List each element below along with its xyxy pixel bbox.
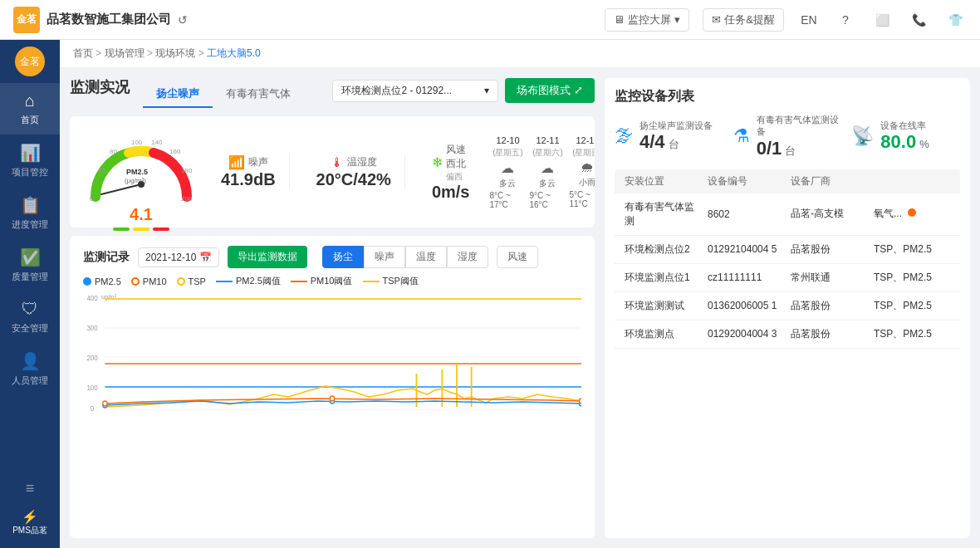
- gauge-svg: 0 40 80 100 140 160 180 200: [83, 126, 199, 209]
- sidebar-label-home: 首页: [21, 114, 39, 126]
- data-tab-noise[interactable]: 噪声: [364, 246, 405, 268]
- monitor-records: 监测记录 2021-12-10 📅 导出监测数据 扬尘 噪声 温度 湿度 风速: [70, 236, 595, 538]
- data-tab-humidity[interactable]: 湿度: [447, 246, 488, 268]
- pm25-dot: [83, 277, 91, 286]
- svg-text:(μg/m³): (μg/m³): [125, 177, 146, 184]
- records-header: 监测记录 2021-12-10 📅 导出监测数据 扬尘 噪声 温度 湿度 风速: [83, 246, 581, 268]
- export-btn[interactable]: 导出监测数据: [228, 246, 307, 268]
- sidebar-item-personnel[interactable]: 👤 人员管理: [0, 343, 60, 395]
- sidebar-label-safety: 安全管理: [12, 322, 48, 335]
- sidebar-item-progress[interactable]: 📋 进度管理: [0, 187, 60, 239]
- breadcrumb: 首页 > 现场管理 > 现场环境 > 工地大脑5.0: [60, 40, 980, 68]
- date-input[interactable]: 2021-12-10 📅: [138, 247, 219, 267]
- sidebar-label-personnel: 人员管理: [12, 374, 48, 387]
- weather-day-2: 12-12 (星期日) 🌧 小雨 5°C ~ 11°C: [569, 135, 595, 209]
- weather-stats: 📶 噪声 41.9dB 🌡 温湿度 20°C/42%: [199, 143, 483, 202]
- sidebar-item-project[interactable]: 📊 项目管控: [0, 135, 60, 187]
- th-type: [870, 174, 953, 188]
- breadcrumb-home[interactable]: 首页: [73, 47, 93, 59]
- sidebar-more-btn[interactable]: ≡: [19, 473, 42, 504]
- cell-type-3: TSP、PM2.5: [870, 299, 953, 313]
- sidebar-item-quality[interactable]: ✅ 质量管理: [0, 239, 60, 291]
- records-title: 监测记录: [83, 250, 130, 265]
- monitor-screen-btn[interactable]: 🖥 监控大屏 ▾: [605, 8, 689, 32]
- weather-icon-1: ☁: [541, 160, 554, 176]
- right-panel-title: 监控设备列表: [615, 88, 960, 105]
- sidebar: 金茗 ⌂ 首页 📊 项目管控 📋 进度管理 ✅ 质量管理 🛡 安全管理 👤 人员…: [0, 40, 60, 548]
- online-rate-value: 80.0: [880, 131, 916, 153]
- sidebar-bottom-label: ⚡ PMS品茗: [7, 504, 52, 541]
- content-area: 首页 > 现场管理 > 现场环境 > 工地大脑5.0 监测实况 扬尘噪声 有毒有…: [60, 40, 980, 548]
- stat-wind: ❄ 风速 西北 偏西 0m/s: [419, 143, 483, 202]
- tsp-line: [363, 281, 380, 282]
- svg-text:200: 200: [86, 354, 97, 363]
- cell-vendor-4: 品茗股份: [787, 327, 870, 341]
- task-reminder-btn[interactable]: ✉ 任务&提醒: [703, 8, 784, 32]
- svg-point-35: [579, 399, 581, 404]
- cell-device-3: 01362006005 1: [704, 300, 787, 311]
- settings-icon[interactable]: ⬜: [870, 8, 894, 32]
- svg-text:200: 200: [181, 195, 193, 203]
- data-tab-dust[interactable]: 扬尘: [322, 246, 364, 268]
- status-dot-0: [908, 208, 916, 217]
- sidebar-item-home[interactable]: ⌂ 首页: [0, 83, 60, 135]
- location-dropdown[interactable]: 环境检测点位2 - 01292... ▾: [332, 80, 498, 102]
- cell-vendor-0: 品茗-高支模: [787, 207, 870, 221]
- mail-icon: ✉: [712, 13, 721, 26]
- legend-pm10: PM10: [131, 276, 167, 286]
- svg-text:40: 40: [98, 167, 105, 174]
- stat-temp-humidity: 🌡 温湿度 20°C/42%: [303, 155, 405, 189]
- data-tab-temp[interactable]: 温度: [405, 246, 447, 268]
- th-vendor: 设备厂商: [787, 174, 870, 188]
- lang-btn[interactable]: EN: [797, 8, 821, 32]
- toxic-monitor-label: 有毒有害气体监测设备: [757, 114, 842, 138]
- monitor-header: 监测实况 扬尘噪声 有毒有害气体 环境检测点位2 - 01292... ▾ 场布…: [70, 78, 595, 108]
- breadcrumb-field-mgmt[interactable]: 现场管理: [105, 47, 145, 59]
- weather-icon-0: ☁: [501, 160, 514, 176]
- monitor-title: 监测实况: [70, 78, 130, 97]
- cell-vendor-2: 常州联通: [787, 271, 870, 285]
- refresh-icon[interactable]: ↺: [178, 13, 188, 27]
- home-icon: ⌂: [25, 91, 35, 110]
- stat-noise: 📶 噪声 41.9dB: [208, 154, 290, 189]
- dust-monitor-icon: 🌫: [615, 125, 633, 147]
- tab-dust-noise[interactable]: 扬尘噪声: [143, 81, 213, 108]
- breadcrumb-current: 工地大脑5.0: [207, 47, 261, 59]
- breadcrumb-field-env[interactable]: 现场环境: [155, 47, 195, 59]
- dust-monitor-unit: 台: [669, 137, 679, 152]
- svg-text:0: 0: [90, 195, 94, 203]
- sidebar-item-safety[interactable]: 🛡 安全管理: [0, 291, 60, 343]
- wind-value: 0m/s: [432, 183, 470, 202]
- table-header: 安装位置 设备编号 设备厂商: [615, 169, 960, 193]
- calendar-icon: 📅: [199, 252, 212, 263]
- weather-day-0: 12-10 (星期五) ☁ 多云 8°C ~ 17°C: [489, 135, 526, 209]
- tsp-dot: [177, 277, 185, 286]
- tab-toxic-gas[interactable]: 有毒有害气体: [213, 81, 304, 108]
- stats-weather-row: 0 40 80 100 140 160 180 200: [70, 116, 595, 228]
- svg-text:80: 80: [110, 148, 117, 155]
- legend-pm10-threshold: PM10阈值: [291, 275, 353, 287]
- phone-icon[interactable]: 📞: [907, 8, 930, 32]
- cell-vendor-1: 品茗股份: [787, 242, 870, 257]
- svg-text:100: 100: [131, 139, 143, 146]
- svg-text:PM2.5: PM2.5: [126, 168, 148, 176]
- cell-type-1: TSP、PM2.5: [870, 242, 953, 257]
- cell-location-2: 环境监测点位1: [621, 271, 704, 285]
- svg-point-34: [330, 396, 334, 401]
- main-layout: 金茗 ⌂ 首页 📊 项目管控 📋 进度管理 ✅ 质量管理 🛡 安全管理 👤 人员…: [0, 40, 980, 548]
- sidebar-label-project: 项目管控: [12, 166, 48, 179]
- user-icon[interactable]: 👕: [943, 8, 967, 32]
- toxic-monitor-unit: 台: [785, 144, 796, 159]
- weather-day-1: 12-11 (星期六) ☁ 多云 9°C ~ 16°C: [529, 135, 566, 209]
- gauge-container: 0 40 80 100 140 160 180 200: [83, 126, 199, 218]
- logo-icon: 金茗: [13, 7, 40, 33]
- help-btn[interactable]: ?: [834, 8, 857, 32]
- device-stat-toxic: ⚗ 有毒有害气体监测设备 0/1 台: [733, 114, 842, 159]
- temp-icon: 🌡: [331, 155, 344, 170]
- layout-mode-btn[interactable]: 场布图模式 ⤢: [505, 78, 595, 103]
- legend-pm25: PM2.5: [83, 276, 121, 286]
- sidebar-label-quality: 质量管理: [12, 271, 48, 283]
- pm25-line: [216, 281, 233, 282]
- device-stat-dust: 🌫 扬尘噪声监测设备 4/4 台: [615, 114, 723, 159]
- data-tab-wind[interactable]: 风速: [497, 246, 538, 268]
